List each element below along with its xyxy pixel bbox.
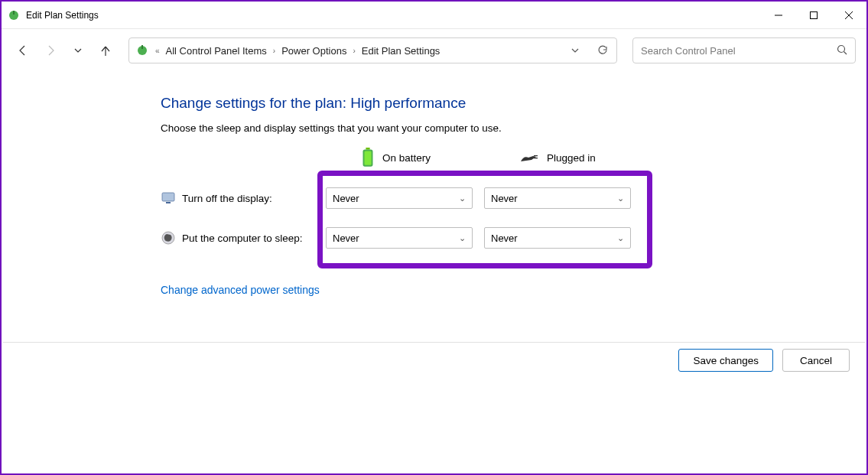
breadcrumb-overflow-icon[interactable]: «: [155, 47, 160, 55]
toolbar: « All Control Panel Items › Power Option…: [2, 29, 866, 72]
maximize-button[interactable]: [796, 3, 831, 28]
search-icon: [837, 44, 847, 57]
minimize-button[interactable]: [761, 3, 796, 28]
svg-rect-12: [364, 151, 371, 165]
chevron-down-icon: ⌄: [617, 233, 624, 243]
dropdown-value: Never: [333, 233, 359, 244]
divider: [3, 342, 865, 343]
breadcrumb-item[interactable]: All Control Panel Items: [166, 45, 267, 57]
up-button[interactable]: [95, 40, 116, 61]
page-title: Change settings for the plan: High perfo…: [161, 95, 866, 112]
settings-grid: On battery Plugged in Turn off the displ…: [161, 148, 866, 258]
chevron-right-icon: ›: [273, 47, 275, 55]
row-display: Turn off the display: Never ⌄ Never ⌄: [161, 178, 866, 218]
svg-rect-13: [534, 155, 538, 156]
recent-dropdown-button[interactable]: [67, 40, 89, 61]
footer-buttons: Save changes Cancel: [678, 349, 850, 372]
back-button[interactable]: [12, 40, 34, 61]
titlebar: Edit Plan Settings: [2, 2, 866, 29]
svg-rect-10: [366, 148, 369, 150]
row-sleep: Put the computer to sleep: Never ⌄ Never…: [161, 218, 866, 258]
breadcrumb-item[interactable]: Power Options: [281, 45, 346, 57]
search-box[interactable]: [632, 37, 856, 63]
chevron-down-icon: ⌄: [617, 194, 624, 203]
forward-button[interactable]: [40, 40, 61, 61]
page-subtext: Choose the sleep and display settings th…: [161, 122, 866, 134]
display-icon: [161, 190, 176, 206]
svg-rect-1: [13, 11, 15, 15]
chevron-down-icon: ⌄: [459, 233, 466, 243]
close-button[interactable]: [831, 3, 866, 28]
advanced-settings-link[interactable]: Change advanced power settings: [161, 284, 320, 296]
column-header-plugged-label: Plugged in: [547, 152, 596, 164]
search-input[interactable]: [641, 45, 837, 57]
display-plugged-dropdown[interactable]: Never ⌄: [484, 187, 631, 209]
cancel-button[interactable]: Cancel: [782, 349, 850, 372]
dropdown-value: Never: [491, 233, 518, 244]
svg-point-8: [838, 45, 845, 52]
battery-icon: [361, 148, 375, 168]
breadcrumb[interactable]: « All Control Panel Items › Power Option…: [128, 37, 617, 63]
column-header-plugged: Plugged in: [519, 151, 678, 164]
row-display-label: Turn off the display:: [182, 193, 326, 204]
sleep-icon: [161, 230, 176, 246]
dropdown-value: Never: [333, 193, 359, 204]
svg-rect-16: [166, 202, 171, 203]
sleep-battery-dropdown[interactable]: Never ⌄: [326, 227, 473, 249]
svg-rect-3: [811, 11, 818, 18]
dropdown-value: Never: [491, 193, 518, 204]
svg-rect-7: [141, 45, 143, 49]
refresh-button[interactable]: [595, 43, 610, 58]
svg-rect-14: [534, 158, 538, 158]
window-title: Edit Plan Settings: [26, 10, 99, 21]
svg-rect-15: [162, 193, 174, 201]
svg-line-9: [844, 51, 847, 54]
column-header-battery-label: On battery: [382, 152, 431, 164]
sleep-plugged-dropdown[interactable]: Never ⌄: [484, 227, 631, 249]
display-battery-dropdown[interactable]: Never ⌄: [326, 187, 473, 209]
plug-icon: [519, 151, 539, 164]
row-sleep-label: Put the computer to sleep:: [182, 233, 326, 244]
column-header-battery: On battery: [361, 148, 519, 168]
main-content: Change settings for the plan: High perfo…: [2, 72, 866, 297]
app-icon: [8, 9, 20, 21]
power-options-icon: [135, 44, 149, 57]
chevron-right-icon: ›: [353, 47, 355, 55]
chevron-down-icon: ⌄: [459, 194, 466, 203]
breadcrumb-dropdown-button[interactable]: [567, 43, 583, 58]
save-button[interactable]: Save changes: [678, 349, 773, 372]
breadcrumb-item[interactable]: Edit Plan Settings: [362, 45, 441, 57]
